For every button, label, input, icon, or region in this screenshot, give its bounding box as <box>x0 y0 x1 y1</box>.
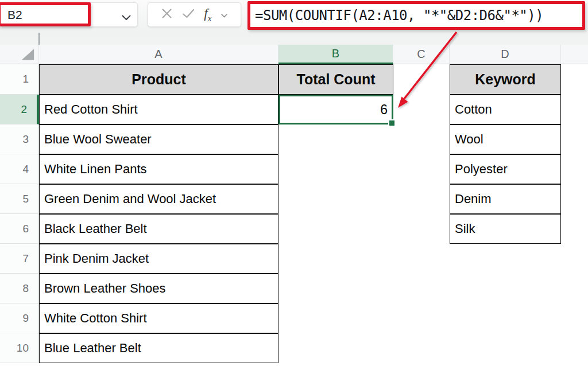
cell-A5[interactable]: Green Denim and Wool Jacket <box>39 184 278 214</box>
formula-input[interactable]: =SUM(COUNTIF(A2:A10, "*"&D2:D6&"*")) <box>250 7 543 24</box>
column-header-B[interactable]: B <box>278 45 393 64</box>
cell-A3[interactable]: Blue Wool Sweater <box>39 124 278 154</box>
cancel-icon[interactable] <box>161 8 172 21</box>
cell-D6[interactable]: Silk <box>450 214 561 244</box>
row-header-10[interactable]: 10 <box>0 333 39 363</box>
row-header-1[interactable]: 1 <box>0 64 39 95</box>
formula-bar-highlight: =SUM(COUNTIF(A2:A10, "*"&D2:D6&"*")) <box>247 1 585 30</box>
row-header-2[interactable]: 2 <box>0 95 39 124</box>
cell-D1-keyword-header[interactable]: Keyword <box>450 64 561 95</box>
column-header-partial-E[interactable] <box>561 45 588 64</box>
name-box[interactable]: B2 <box>1 2 138 27</box>
row-header-3[interactable]: 3 <box>0 124 39 154</box>
cell-D2[interactable]: Cotton <box>450 95 561 124</box>
cell-D3[interactable]: Wool <box>450 124 561 154</box>
fill-handle[interactable] <box>388 119 396 127</box>
name-box-value[interactable]: B2 <box>1 8 22 22</box>
header-divider-line <box>38 33 40 45</box>
enter-check-icon[interactable] <box>182 9 195 21</box>
cell-D4[interactable]: Polyester <box>450 154 561 184</box>
row-header-7[interactable]: 7 <box>0 244 39 274</box>
fx-dropdown-icon[interactable] <box>221 10 227 20</box>
select-all-corner[interactable] <box>0 45 39 64</box>
row-header-4[interactable]: 4 <box>0 154 39 184</box>
formula-buttons: fx <box>148 2 241 27</box>
column-header-D[interactable]: D <box>450 45 561 64</box>
row-header-8[interactable]: 8 <box>0 274 39 303</box>
cell-A1-product-header[interactable]: Product <box>39 64 278 95</box>
row-header-6[interactable]: 6 <box>0 214 39 244</box>
formula-bar-row: B2 fx =SUM(COUNTIF(A2:A10, "*"&D2:D6&"*"… <box>0 0 588 45</box>
cell-A2[interactable]: Red Cotton Shirt <box>39 95 278 124</box>
cell-A9[interactable]: White Cotton Shirt <box>39 303 278 333</box>
cell-A8[interactable]: Brown Leather Shoes <box>39 274 278 303</box>
cell-A6[interactable]: Black Leather Belt <box>39 214 278 244</box>
excel-window: B2 fx =SUM(COUNTIF(A2:A10, "*"&D2:D6&"*"… <box>0 0 588 366</box>
cell-B1-total-count-header[interactable]: Total Count <box>278 64 393 95</box>
cell-B2-selected[interactable]: 6 <box>278 95 393 124</box>
name-box-dropdown-icon[interactable] <box>122 13 131 23</box>
select-all-triangle-icon <box>0 45 38 64</box>
column-header-A[interactable]: A <box>39 45 278 64</box>
cell-A10[interactable]: Blue Leather Belt <box>39 333 278 363</box>
total-count-value: 6 <box>380 102 388 118</box>
column-header-C[interactable]: C <box>393 45 450 64</box>
row-header-9[interactable]: 9 <box>0 303 39 333</box>
cell-A4[interactable]: White Linen Pants <box>39 154 278 184</box>
insert-function-icon[interactable]: fx <box>204 7 211 23</box>
cell-A7[interactable]: Pink Denim Jacket <box>39 244 278 274</box>
cell-D5[interactable]: Denim <box>450 184 561 214</box>
row-header-5[interactable]: 5 <box>0 184 39 214</box>
